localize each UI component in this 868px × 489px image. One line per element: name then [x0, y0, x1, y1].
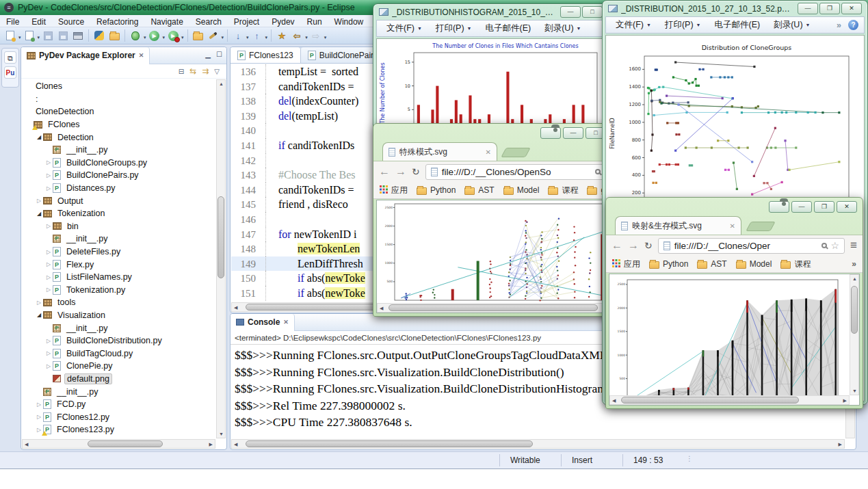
minimize-button[interactable]: —	[798, 3, 818, 14]
expand-icon[interactable]: ▷	[35, 414, 43, 420]
bookmark-Python[interactable]: Python	[649, 259, 688, 269]
minimize-button[interactable]: —	[791, 201, 812, 213]
address-bar[interactable]: file:///D:/__Clones/OpenSo	[425, 164, 606, 180]
prev-annotation-icon[interactable]: ↑	[250, 29, 264, 42]
tree-item[interactable]: ▷PTokenization.py	[23, 284, 215, 297]
restore-button[interactable]: ❐	[814, 201, 834, 213]
tree-item[interactable]: ▷PDistances.py	[23, 182, 215, 195]
tree-item[interactable]: ▷Output	[23, 194, 215, 207]
tree-item[interactable]: ▷PBuildTagCloud.py	[23, 347, 215, 360]
viewer1-title-bar[interactable]: _DISTRIBUTIONHISTOGRAM_2015_10_27_10_1..…	[373, 4, 608, 20]
new-wizard-icon[interactable]	[3, 29, 17, 42]
scroll-up-icon[interactable]: ▲	[852, 276, 857, 281]
tree-item[interactable]: default.png	[23, 373, 215, 386]
scroll-left-icon[interactable]: ◀	[380, 306, 383, 311]
bookmark-Model[interactable]: Model	[503, 185, 540, 195]
expand-icon[interactable]: ▷	[44, 249, 53, 255]
tree-item[interactable]: ▷bin	[23, 220, 215, 233]
help-icon[interactable]: ?	[848, 20, 858, 30]
dropdown-icon[interactable]: ▾	[222, 35, 224, 40]
debug-icon[interactable]	[129, 29, 142, 42]
expand-icon[interactable]: ▷	[35, 300, 43, 306]
tree-item[interactable]: ◢Tokenization	[23, 207, 215, 220]
bookmarks-overflow-icon[interactable]: »	[852, 259, 856, 269]
close-icon[interactable]: ✕	[139, 52, 144, 59]
minimize-button[interactable]: —	[560, 6, 581, 18]
profile-button[interactable]	[540, 127, 561, 139]
tree-item[interactable]: CloneDetection	[23, 105, 215, 118]
tree-item[interactable]: P__init__.py	[23, 233, 215, 246]
bookmark-Python[interactable]: Python	[417, 185, 456, 195]
coverage-icon[interactable]: ▶	[166, 29, 180, 42]
menu-电子邮件(E)[interactable]: 电子邮件(E)	[479, 21, 538, 36]
scroll-right-icon[interactable]: ▶	[839, 442, 842, 447]
maximize-view-icon[interactable]: ☐	[216, 51, 222, 58]
menu-打印(P)[interactable]: 打印(P)▼	[658, 17, 708, 33]
menu-刻录(U)[interactable]: 刻录(U)▼	[767, 17, 817, 33]
python-icon[interactable]	[92, 29, 106, 42]
restore-button[interactable]: ❐	[819, 3, 840, 14]
search-icon[interactable]	[821, 243, 827, 248]
forward-icon[interactable]: →	[628, 240, 639, 251]
bookmark-课程[interactable]: 课程	[548, 185, 578, 196]
expand-icon[interactable]: ▷	[44, 350, 53, 356]
tree-item[interactable]: ▷PListFileNames.py	[23, 271, 215, 284]
tab-close-icon[interactable]: ✕	[486, 148, 491, 156]
dropdown-icon[interactable]: ▾	[18, 35, 21, 40]
tree-item[interactable]: ▷PBuildCloneDistribution.py	[23, 334, 215, 347]
scroll-down-icon[interactable]: ▼	[219, 432, 224, 436]
expand-icon[interactable]: ▷	[44, 172, 53, 179]
tree-item[interactable]: ◢Visualization	[23, 309, 215, 322]
explorer-vscrollbar[interactable]: ▲ ▼	[216, 79, 226, 438]
bookmark-应用[interactable]: 应用	[612, 259, 640, 270]
print-icon[interactable]	[71, 29, 85, 42]
new-tab-button[interactable]	[501, 148, 530, 157]
close-icon[interactable]: ✕	[283, 319, 289, 326]
tree-item[interactable]: ◢Detection	[23, 131, 215, 144]
open-folder-icon[interactable]	[192, 29, 205, 42]
scroll-right-icon[interactable]: ▶	[209, 442, 213, 447]
menu-edit[interactable]: Edit	[25, 16, 52, 28]
chrome1-hscrollbar[interactable]: ◀	[377, 303, 608, 313]
filter-icon[interactable]: ⇉	[202, 66, 209, 76]
bookmark-应用[interactable]: 应用	[380, 185, 408, 196]
bookmark-Model[interactable]: Model	[736, 259, 772, 269]
open-wizard-icon[interactable]	[107, 29, 121, 42]
scroll-up-icon[interactable]: ▲	[219, 81, 224, 86]
tree-item[interactable]: P__init__.py	[23, 144, 215, 157]
expand-icon[interactable]: ▷	[44, 274, 53, 280]
tree-item[interactable]: ▷PBuildCloneGroups.py	[23, 157, 215, 170]
scroll-right-icon[interactable]: ▶	[843, 398, 847, 404]
collapse-icon[interactable]: ◢	[35, 211, 43, 217]
tab-fclones123[interactable]: PFClones123	[231, 47, 301, 63]
tree-item[interactable]: ▷PFClones123.py	[23, 423, 215, 436]
dropdown-icon[interactable]: ▾	[305, 35, 308, 40]
menu-source[interactable]: Source	[52, 16, 90, 28]
bookmark-AST[interactable]: AST	[697, 259, 726, 269]
close-button[interactable]: ✕	[841, 3, 862, 14]
tree-item[interactable]: P__init__.py	[23, 385, 215, 398]
minimize-view-icon[interactable]: ▁	[205, 51, 211, 58]
run-icon[interactable]: ▶	[148, 29, 161, 42]
bookmark-课程[interactable]: 课程	[780, 259, 811, 270]
dropdown-icon[interactable]: ▾	[144, 35, 146, 40]
expand-icon[interactable]: ▷	[44, 261, 53, 267]
expand-icon[interactable]: ▷	[44, 223, 53, 229]
save-all-icon[interactable]	[56, 29, 70, 42]
view-menu-icon[interactable]: ▽	[214, 68, 220, 75]
back-icon[interactable]: ⇦	[290, 29, 304, 42]
expand-icon[interactable]: ▷	[44, 287, 53, 293]
last-edit-icon[interactable]: ★	[275, 29, 289, 42]
reload-icon[interactable]: ↻	[412, 166, 420, 177]
tree-item[interactable]: ▷PFClones12.py	[23, 410, 215, 423]
tab-console[interactable]: Console ✕	[231, 314, 295, 331]
scroll-down-icon[interactable]: ▼	[852, 388, 857, 393]
scroll-left-icon[interactable]: ◀	[234, 305, 237, 310]
tree-item[interactable]: Clones	[23, 80, 215, 93]
dropdown-icon[interactable]: ▾	[324, 35, 327, 40]
menu-project[interactable]: Project	[228, 16, 265, 28]
scroll-left-icon[interactable]: ◀	[612, 398, 616, 404]
menu-刻录(U)[interactable]: 刻录(U)▼	[538, 21, 588, 36]
collapse-all-icon[interactable]: ⊟	[179, 68, 184, 75]
tree-item[interactable]: ▷PBuildClonePairs.py	[23, 169, 215, 182]
